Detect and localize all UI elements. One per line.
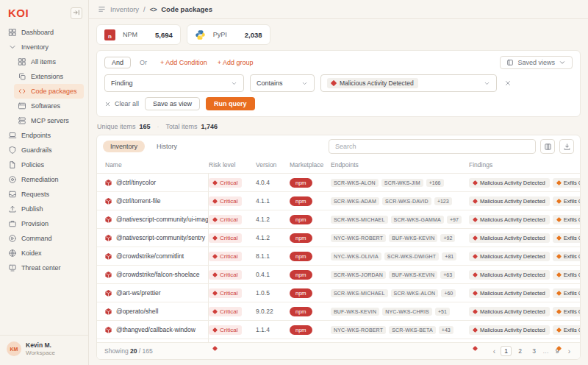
finding-label: Exfils Cl [564,272,580,278]
package-name[interactable]: @crowdstrike/commitlint [116,252,184,260]
saved-views-button[interactable]: Saved views [500,56,573,69]
sidebar-item-koidex[interactable]: Koidex [4,246,84,261]
more-endpoints-count[interactable]: +63 [440,271,455,279]
table-row[interactable]: @nativescript-community/ui-imageCritical… [97,210,580,229]
download-button[interactable] [559,139,574,154]
package-name[interactable]: @art-ws/prettier [116,289,161,297]
sidebar-item-provision[interactable]: Provision [4,216,84,231]
column-header-risk-level[interactable]: Risk level [209,157,256,173]
sidebar-item-dashboard[interactable]: Dashboard [4,25,84,40]
logic-and-button[interactable]: And [104,57,131,68]
sidebar-item-all-items[interactable]: All items [14,54,84,69]
package-name[interactable]: @thangved/callback-window [116,326,196,333]
sidebar-item-command[interactable]: Command [4,231,84,246]
package-name-cell: @crowdstrike/commitlint [97,247,209,265]
app-root: KOI DashboardInventoryAll itemsExtension… [0,0,588,365]
package-name-cell: @art-ws/prettier [97,284,209,302]
remove-condition-button[interactable] [503,78,513,88]
sidebar-item-policies[interactable]: Policies [4,157,84,172]
search-input[interactable] [329,139,536,154]
page-button-1[interactable]: 1 [501,346,512,356]
sidebar-item-publish[interactable]: Publish [4,202,84,216]
more-endpoints-count[interactable]: +81 [442,252,456,261]
more-endpoints-count[interactable]: +51 [435,308,450,316]
filter-operator-select[interactable]: Contains [250,74,315,92]
findings-cell: Malicious Activity DetectedExfils Cl [469,270,580,280]
sidebar-item-mcp-servers[interactable]: MCP servers [14,113,84,128]
clear-all-button[interactable]: Clear all [104,100,139,107]
next-page-button[interactable]: › [566,347,573,355]
alertbox-icon [8,263,17,272]
critical-diamond-icon [473,180,478,185]
save-as-view-button[interactable]: Save as view [145,97,200,110]
column-header-name[interactable]: Name [97,157,209,173]
tab-history[interactable]: History [149,141,184,152]
column-header-endpoints[interactable]: Endpoints [331,157,469,173]
endpoints-cell: SCR-WKS-MICHAELSCR-WKS-GAMMA+97 [331,216,469,224]
table-row[interactable]: @thangved/callback-windowCritical1.1.4np… [97,321,580,339]
package-name[interactable]: @crowdstrike/falcon-shoelace [116,271,200,278]
table-row[interactable]: @ctrl/tinycolorCritical4.0.4npmSCR-WKS-A… [97,174,580,192]
stats-divider: · [157,123,159,130]
breadcrumb-parent[interactable]: Inventory [110,5,139,13]
table-row[interactable]: @nativescript-community/sentryCritical4.… [97,229,580,247]
total-items-value: 1,746 [201,123,218,130]
more-endpoints-count[interactable]: +123 [434,197,452,205]
sidebar-item-guardrails[interactable]: Guardrails [4,143,84,157]
columns-button[interactable] [540,139,555,154]
inbox-icon [8,190,17,199]
column-header-findings[interactable]: Findings [469,157,580,173]
summary-card-npm[interactable]: nNPM5,694 [96,24,181,45]
sidebar-item-endpoints[interactable]: Endpoints [4,128,84,143]
sidebar-item-label: Policies [21,161,44,169]
filter-value-select[interactable]: Malicious Activity Detected [320,74,497,92]
more-endpoints-count[interactable]: +92 [440,234,455,242]
risk-badge: Critical [209,252,242,261]
page-button-3[interactable]: 3 [528,347,539,355]
filter-field-select[interactable]: Finding [104,74,244,92]
package-name[interactable]: @ctrl/tinycolor [116,179,156,186]
package-name[interactable]: @operato/shell [116,308,158,315]
more-endpoints-count[interactable]: +60 [441,289,456,297]
sidebar-item-label: Code packages [31,88,77,95]
critical-diamond-icon [473,327,478,332]
sidebar-item-softwares[interactable]: Softwares [14,99,84,113]
chevron-down-icon [484,80,490,87]
sidebar-item-extensions[interactable]: Extensions [14,69,84,84]
more-endpoints-count[interactable]: +166 [426,179,444,187]
marketplace-cell: npm [290,178,331,188]
add-group-link[interactable]: + Add group [218,59,254,66]
finding-label: Exfils Cl [564,216,580,223]
table-row[interactable]: @ctrl/torrent-fileCritical4.1.1npmSCR-WK… [97,192,580,210]
page-button-2[interactable]: 2 [514,347,526,355]
sidebar-collapse-button[interactable] [71,7,82,19]
sidebar-item-threat-center[interactable]: Threat center [4,261,84,275]
package-name[interactable]: @ctrl/torrent-file [116,197,161,205]
endpoint-chip: NYC-WKS-OLIVIA [331,252,381,261]
table-row[interactable]: @operato/shellCritical9.0.22npmBUF-WKS-K… [97,302,580,321]
warning-diamond-icon [556,235,562,240]
prev-page-button[interactable]: ‹ [491,347,498,355]
summary-card-pypi[interactable]: PyPI2,038 [187,24,270,45]
sidebar-item-remediation[interactable]: Remediation [4,172,84,187]
finding-label: Malicious Activity Detected [480,216,545,223]
more-endpoints-count[interactable]: +43 [439,326,453,334]
sidebar-item-requests[interactable]: Requests [4,187,84,202]
sidebar-item-code-packages[interactable]: Code packages [14,84,84,99]
column-header-marketplace[interactable]: Marketplace [290,157,331,173]
workspace-user[interactable]: KM Kevin M. Workspace [0,335,88,365]
more-endpoints-count[interactable]: +97 [447,216,462,224]
logic-or-button[interactable]: Or [137,57,150,68]
list-menu-icon[interactable] [98,5,106,13]
add-condition-link[interactable]: + Add Condition [160,59,207,66]
endpoint-chip: SCR-WKS-DWIGHT [384,252,440,261]
package-name[interactable]: @nativescript-community/sentry [116,234,205,241]
column-header-version[interactable]: Version [256,157,290,173]
table-row[interactable]: @crowdstrike/falcon-shoelaceCritical0.4.… [97,266,580,284]
run-query-button[interactable]: Run query [206,97,255,110]
tab-inventory[interactable]: Inventory [103,141,145,152]
table-row[interactable]: @art-ws/prettierCritical1.0.5npmSCR-WKS-… [97,284,580,302]
table-row[interactable]: @crowdstrike/commitlintCritical8.1.1npmN… [97,247,580,266]
package-name[interactable]: @nativescript-community/ui-image [116,216,209,223]
sidebar-item-inventory[interactable]: Inventory [4,40,84,54]
